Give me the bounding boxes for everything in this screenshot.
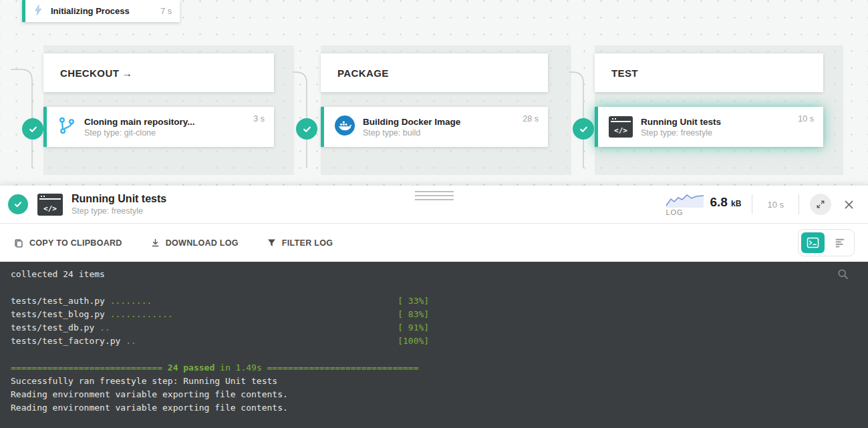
stage-title: TEST <box>611 67 638 79</box>
step-duration: 28 s <box>523 114 539 124</box>
step-card-initializing[interactable]: Initializing Process 7 s <box>22 0 180 22</box>
success-check-icon <box>573 118 594 140</box>
panel-step-title: Running Unit tests <box>71 193 166 205</box>
step-title: Running Unit tests <box>641 117 721 127</box>
step-title: Building Docker Image <box>363 117 460 127</box>
close-panel-button[interactable] <box>842 198 856 212</box>
step-type: Step type: freestyle <box>641 128 721 138</box>
divider <box>799 194 799 214</box>
terminal-log: collected 24 items tests/test_auth.py ..… <box>0 262 868 428</box>
step-title: Initializing Process <box>51 6 130 16</box>
copy-button-label: COPY TO CLIPBOARD <box>29 238 122 248</box>
terminal-view-button[interactable] <box>801 232 825 253</box>
log-panel: </> Running Unit tests Step type: freest… <box>0 186 868 428</box>
filter-icon <box>267 238 277 248</box>
search-icon[interactable] <box>837 268 849 284</box>
log-toolbar: COPY TO CLIPBOARD DOWNLOAD LOG FILTER LO… <box>0 224 868 262</box>
stage-header-package[interactable]: PACKAGE <box>321 53 548 92</box>
stage-header-test[interactable]: TEST <box>595 53 823 92</box>
expand-icon <box>815 199 826 210</box>
step-type: Step type: build <box>363 128 460 138</box>
copy-icon <box>13 238 24 248</box>
step-card-git-clone[interactable]: Cloning main repository... Step type: gi… <box>43 107 274 147</box>
text-view-icon <box>835 238 845 248</box>
success-check-icon <box>8 194 28 214</box>
panel-resize-handle[interactable] <box>415 188 454 203</box>
download-button-label: DOWNLOAD LOG <box>166 238 239 248</box>
filter-button-label: FILTER LOG <box>282 238 333 248</box>
pipeline-canvas: Initializing Process 7 s CHECKOUT → PACK… <box>0 0 868 186</box>
success-check-icon <box>296 118 317 140</box>
step-type: Step type: git-clone <box>84 128 195 138</box>
terminal-icon: </> <box>37 194 63 216</box>
step-duration: 7 s <box>160 7 172 16</box>
download-icon <box>150 238 160 248</box>
git-branch-icon <box>57 116 76 138</box>
panel-duration: 10 s <box>763 200 788 210</box>
filter-log-button[interactable]: FILTER LOG <box>267 238 333 248</box>
log-label: LOG <box>666 208 683 216</box>
step-duration: 3 s <box>253 114 265 124</box>
success-check-icon <box>22 118 43 140</box>
download-log-button[interactable]: DOWNLOAD LOG <box>150 238 239 248</box>
terminal-icon: </> <box>609 116 633 138</box>
log-sparkline-icon <box>666 192 704 208</box>
terminal-log-lines: collected 24 items tests/test_auth.py ..… <box>11 268 857 415</box>
panel-step-type: Step type: freestyle <box>71 206 166 216</box>
log-size-metric: LOG 6.8 kB <box>666 192 741 216</box>
log-view-toggle <box>798 229 855 256</box>
step-card-freestyle-selected[interactable]: </> Running Unit tests Step type: freest… <box>595 107 823 147</box>
docker-whale-icon <box>335 116 355 138</box>
stage-header-checkout[interactable]: CHECKOUT → <box>43 53 274 92</box>
divider <box>752 194 752 214</box>
log-size-value: 6.8 kB <box>710 195 741 216</box>
step-card-build[interactable]: Building Docker Image Step type: build 2… <box>321 107 548 147</box>
step-title: Cloning main repository... <box>84 117 195 127</box>
terminal-view-icon <box>807 237 819 248</box>
step-duration: 10 s <box>798 114 814 124</box>
expand-panel-button[interactable] <box>810 194 831 215</box>
close-icon <box>843 199 855 210</box>
copy-to-clipboard-button[interactable]: COPY TO CLIPBOARD <box>13 238 122 248</box>
text-view-button[interactable] <box>828 232 851 253</box>
lightning-icon <box>32 4 44 19</box>
stage-title: PACKAGE <box>337 67 389 79</box>
stage-title: CHECKOUT → <box>60 67 132 79</box>
connector-lines <box>0 0 868 186</box>
